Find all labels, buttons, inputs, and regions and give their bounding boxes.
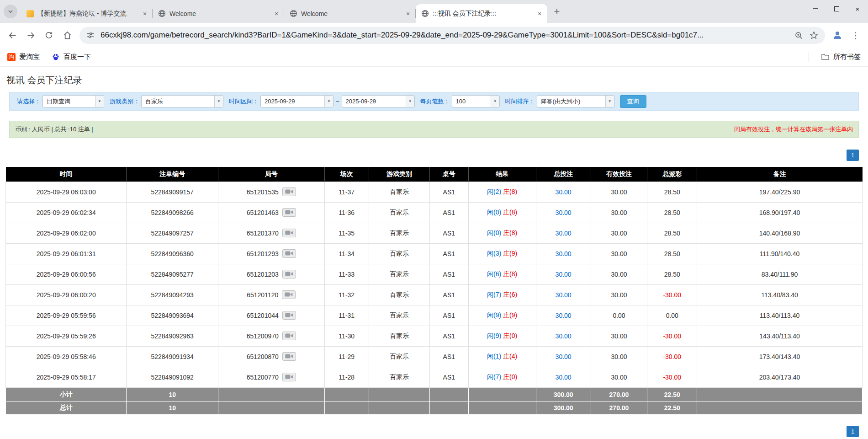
tab-search-button[interactable] [4,5,17,18]
tab-title: 【新提醒】海燕论坛 - 博学交流 [37,10,137,18]
back-button[interactable] [4,27,21,44]
search-button[interactable]: 查询 [620,95,646,108]
result-banker: 庄(6) [503,291,517,298]
total-bet-link[interactable]: 30.00 [556,312,572,319]
bookmark-baidu[interactable]: 百度一下 [52,53,91,61]
video-replay-button[interactable] [282,249,296,258]
total-bet-link[interactable]: 30.00 [556,209,572,216]
cell-valid-bet: 30.00 [591,202,647,223]
cell-time: 2025-09-29 05:58:46 [6,346,127,367]
page-size-value: 100 [452,96,491,107]
video-replay-button[interactable] [282,352,296,361]
chevron-down-icon[interactable]: ▼ [406,96,414,107]
cell-table-no: AS1 [430,367,468,387]
tab-close-icon[interactable]: × [141,10,149,18]
table-row: 2025-09-29 06:00:56522849095277651201203… [6,264,863,284]
cell-valid-bet: 30.00 [591,326,647,346]
bookmark-taobao[interactable]: 淘 爱淘宝 [7,53,40,61]
tab-close-icon[interactable]: × [535,10,544,18]
minimize-icon [813,6,818,11]
cell-note: 140.40/168.90 [697,223,863,243]
cell-payout: 28.50 [647,243,697,264]
sort-select[interactable]: 降幂(由大到小) ▼ [537,95,614,107]
camera-icon [285,209,293,215]
window-controls: × [805,0,868,17]
total-bet-link[interactable]: 30.00 [556,353,572,360]
cell-total-bet: 30.00 [536,223,591,243]
browser-tab-betrecord-active[interactable]: :::视讯 会员下注纪录::: × [416,4,547,23]
total-label: 总计 [6,402,127,414]
forward-button[interactable] [22,27,39,44]
total-bet-link[interactable]: 30.00 [556,271,572,278]
browser-tab-forum[interactable]: 【新提醒】海燕论坛 - 博学交流 × [21,4,153,23]
url-bar[interactable]: 66cxkj98.com/game/betrecord_search/kind3… [79,27,825,44]
chevron-down-icon[interactable]: ▼ [95,96,104,107]
cell-session: 11-28 [324,367,369,387]
video-replay-button[interactable] [282,270,296,278]
cell-payout: -30.00 [647,367,697,387]
close-button[interactable]: × [847,0,868,17]
total-bet-link[interactable]: 30.00 [556,230,572,237]
site-settings-icon[interactable] [86,31,95,40]
video-replay-button[interactable] [282,332,296,340]
video-replay-button[interactable] [282,208,296,217]
total-bet-link[interactable]: 30.00 [556,374,572,381]
chevron-down-icon [8,9,13,14]
page-size-select[interactable]: 100 ▼ [452,95,500,107]
empty-cell [218,387,325,402]
browser-tab-welcome-1[interactable]: Welcome × [153,4,284,23]
taobao-icon: 淘 [7,53,16,61]
round-number: 651201203 [247,271,279,278]
video-replay-button[interactable] [282,229,296,237]
minimize-button[interactable] [805,0,826,17]
tab-close-icon[interactable]: × [404,10,412,18]
menu-button[interactable]: ⋮ [847,27,864,44]
new-tab-button[interactable]: + [550,5,564,18]
cell-payout: -30.00 [647,346,697,367]
home-button[interactable] [58,27,76,44]
total-bet-link[interactable]: 30.00 [556,250,572,257]
browser-tab-welcome-2[interactable]: Welcome × [284,4,416,23]
video-replay-button[interactable] [282,311,296,320]
date-end-input[interactable]: 2025-09-29 ▼ [342,95,415,107]
url-text[interactable]: 66cxkj98.com/game/betrecord_search/kind3… [101,31,789,40]
chevron-down-icon[interactable]: ▼ [324,96,333,107]
refresh-button[interactable] [40,27,58,44]
header-note: 备注 [697,167,863,182]
page-number-button[interactable]: 1 [847,426,859,437]
cell-table-no: AS1 [430,305,468,326]
total-bet-link[interactable]: 30.00 [556,332,572,340]
date-start-input[interactable]: 2025-09-29 ▼ [260,95,333,107]
header-session: 场次 [324,167,369,182]
bookmark-star-icon[interactable] [809,31,819,40]
cell-result: 闲(7) 庄(6) [468,284,536,305]
subtotal-row: 小计 10 300.00 270.00 22.50 [6,387,863,402]
cell-bet-id: 522849092963 [127,326,218,346]
total-bet-link[interactable]: 30.00 [556,188,572,196]
tab-close-icon[interactable]: × [272,10,281,18]
globe-icon [421,10,429,17]
video-replay-button[interactable] [282,187,296,196]
result-player: 闲(0) [487,209,501,216]
chevron-down-icon[interactable]: ▼ [491,96,499,107]
game-type-select[interactable]: 百家乐 ▼ [141,95,223,107]
zoom-icon[interactable] [794,31,804,40]
cell-round: 651200770 [218,367,325,387]
result-banker: 庄(8) [503,188,517,195]
total-bet-link[interactable]: 30.00 [556,291,572,299]
cell-session: 11-31 [324,305,369,326]
all-bookmarks-button[interactable]: 所有书签 [821,53,861,61]
chevron-down-icon[interactable]: ▼ [214,96,223,107]
video-replay-button[interactable] [282,373,296,381]
empty-cell [324,402,369,414]
query-type-select[interactable]: 日期查询 ▼ [42,95,104,107]
maximize-button[interactable] [826,0,847,17]
page-number-button[interactable]: 1 [847,150,859,161]
cell-time: 2025-09-29 06:00:20 [6,284,127,305]
cell-round: 651201293 [218,243,325,264]
subtotal-valid-bet: 270.00 [591,387,647,402]
video-replay-button[interactable] [282,290,296,299]
cell-note: 197.40/225.90 [697,182,863,202]
chevron-down-icon[interactable]: ▼ [605,96,614,107]
profile-button[interactable] [829,27,846,44]
